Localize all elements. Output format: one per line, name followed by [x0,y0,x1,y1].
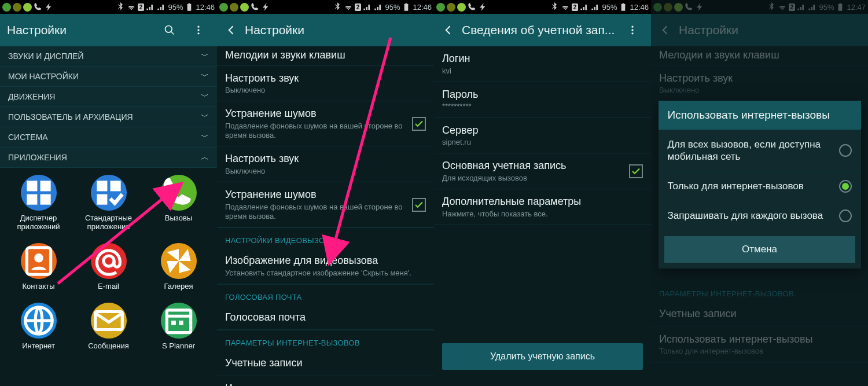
dialog-option[interactable]: Для всех вызовов, если доступна мобильна… [659,130,861,171]
list-item[interactable]: Устранение шумовПодавление фоновых шумов… [217,182,434,227]
search-button[interactable] [158,19,181,42]
battery-icon [619,2,628,12]
radio-button[interactable] [839,180,852,193]
app-item[interactable]: S Planner [145,303,212,351]
app-item[interactable]: Сообщения [75,303,142,351]
status-icon [219,3,228,12]
list-item[interactable]: Голосовая почта [217,305,434,330]
viber-icon [251,2,260,12]
checkbox[interactable] [412,117,426,131]
contact-icon [21,243,57,279]
dialog-cancel-button[interactable]: Отмена [664,236,855,263]
section-header: ГОЛОСОВАЯ ПОЧТА [217,284,434,305]
svg-rect-10 [97,181,107,191]
app-item[interactable]: E-mail [75,243,142,291]
checkbox[interactable] [412,198,426,212]
overflow-menu-button[interactable] [621,19,644,42]
bolt-icon [479,2,488,12]
app-item[interactable]: Стандартные приложения [75,175,142,231]
list-item[interactable]: Изображение для видеовызоваУстановить ст… [217,248,434,284]
radio-button[interactable] [839,144,852,157]
chevron-down-icon: ﹀ [201,132,209,142]
row-subtitle: Выключено [225,86,426,95]
app-item[interactable]: Контакты [5,243,72,291]
signal-icon [146,2,155,12]
list-item[interactable]: Мелодии и звуки клавиш [217,46,434,66]
app-item[interactable]: Интернет [5,303,72,351]
row-subtitle: Подавление фоновых шумов на вашей сторон… [225,203,405,222]
svg-rect-25 [621,4,626,11]
clock: 12:46 [196,3,215,12]
list-item[interactable]: Серверsipnet.ru [434,118,651,154]
svg-point-14 [34,253,43,263]
wifi-icon [127,2,136,12]
category-item[interactable]: ЗВУКИ И ДИСПЛЕЙ﹀ [0,46,217,67]
svg-point-4 [197,29,199,31]
list-item[interactable]: Учетные записи [217,351,434,376]
page-title: Настройки [245,23,427,37]
radio-button[interactable] [839,209,852,222]
svg-rect-1 [189,3,190,3]
category-item[interactable]: ПРИЛОЖЕНИЯ︿ [0,148,217,168]
svg-rect-7 [40,181,50,191]
screen-dialog: 2 95% 12:47 Настройки Мелодии и звуки кл… [651,0,868,386]
globe-icon [21,303,57,339]
list-item[interactable]: Логинkvi [434,46,651,82]
page-title: Сведения об учетной зап... [462,23,615,37]
svg-rect-8 [27,194,37,205]
viber-icon [34,2,43,12]
wifi-icon [778,2,787,12]
dialog: Использовать интернет-вызовы Для всех вы… [659,101,861,269]
content-area: ЗВУКИ И ДИСПЛЕЙ﹀МОИ НАСТРОЙКИ﹀ДВИЖЕНИЯ﹀П… [0,46,217,358]
signal-icon [580,2,589,12]
overflow-menu-button[interactable] [187,19,210,42]
signal-icon [797,2,806,12]
status-icon [13,3,21,12]
svg-rect-0 [187,4,192,11]
row-title: Учетные записи [225,356,426,370]
checkbox[interactable] [629,164,643,178]
svg-point-2 [165,26,172,33]
grid-icon [21,175,57,211]
category-item[interactable]: ДВИЖЕНИЯ﹀ [0,87,217,107]
category-item[interactable]: МОИ НАСТРОЙКИ﹀ [0,67,217,87]
viber-icon [468,2,477,12]
clock: 12:46 [630,3,649,12]
delete-account-button[interactable]: Удалить учетную запись [442,343,643,370]
app-item[interactable]: Диспетчер приложений [5,175,72,231]
svg-point-29 [631,32,633,34]
battery-text: 95% [819,3,834,12]
status-bar: 2 95% 12:47 [651,0,868,14]
app-label: Вызовы [165,214,192,223]
battery-text: 95% [602,3,617,12]
dialog-option[interactable]: Запрашивать для каждого вызова [659,201,861,230]
list-item[interactable]: Использовать интернет-вызовыТолько для и… [217,376,434,386]
dialog-option[interactable]: Только для интернет-вызовов [659,171,861,201]
back-button[interactable] [224,19,239,42]
category-item[interactable]: ПОЛЬЗОВАТЕЛЬ И АРХИВАЦИЯ﹀ [0,107,217,127]
list-item[interactable]: Настроить звукВыключено [217,66,434,102]
chevron-up-icon: ︿ [201,152,209,163]
chevron-down-icon: ﹀ [201,71,209,82]
phone-icon [161,175,197,211]
section-header: НАСТРОЙКИ ВИДЕОВЫЗОВА [217,227,434,248]
app-item[interactable]: Галерея [145,243,212,291]
screen-account-details: 2 95% 12:46 Сведения об учетной зап... Л… [434,0,651,386]
svg-rect-9 [40,194,50,205]
category-item[interactable]: СИСТЕМА﹀ [0,127,217,148]
list-item[interactable]: Устранение шумовПодавление фоновых шумов… [217,101,434,146]
row-subtitle: Для исходящих вызовов [442,174,622,183]
status-icon [447,3,455,12]
list-item[interactable]: Дополнительные параметрыНажмите, чтобы п… [434,189,651,225]
app-item[interactable]: Вызовы [145,175,212,231]
wifi-icon [561,2,570,12]
list-item[interactable]: Пароль********** [434,82,651,118]
list-item[interactable]: Основная учетная записьДля исходящих выз… [434,153,651,189]
dialog-backdrop[interactable]: Использовать интернет-вызовы Для всех вы… [651,14,868,386]
back-button[interactable] [441,19,456,42]
bolt-icon [696,2,705,12]
dialog-title: Использовать интернет-вызовы [659,101,861,130]
list-item[interactable]: Настроить звукВыключено [217,146,434,182]
screen-call-settings: 2 95% 12:46 Настройки Мелодии и звуки кл… [217,0,434,386]
clock: 12:46 [413,3,432,12]
